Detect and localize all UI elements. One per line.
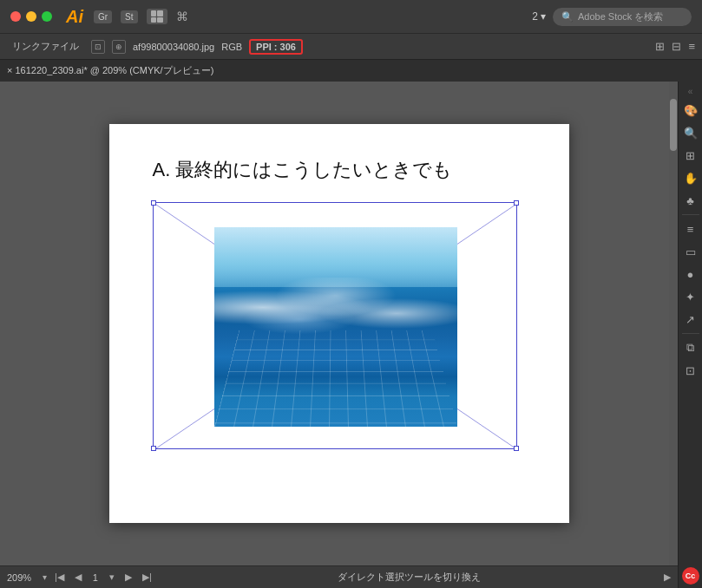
handle-top-right[interactable]	[514, 200, 519, 206]
zoom-dropdown[interactable]: ▾	[43, 572, 47, 582]
image-frame[interactable]	[153, 202, 517, 449]
minimize-button[interactable]	[26, 11, 36, 22]
tabbar: × 161220_2309.ai* @ 209% (CMYK/プレビュー)	[0, 59, 702, 82]
canvas-scroll[interactable]: A. 最終的にはこうしたいときでも	[0, 82, 678, 565]
close-button[interactable]	[10, 11, 21, 22]
titlebar: Ai Gr St ⌘ 2 ▾ 🔍 Adobe Stock を検索	[0, 0, 702, 33]
doc-icon[interactable]: ⊡	[91, 40, 105, 54]
workspace-icon[interactable]	[147, 9, 167, 24]
st-icon[interactable]: St	[121, 10, 137, 23]
document-text: A. 最終的にはこうしたいときでも	[153, 157, 453, 183]
water-surface	[214, 278, 457, 337]
color-palette-icon[interactable]: 🎨	[680, 100, 701, 121]
separator-2	[682, 333, 699, 334]
next-page-button[interactable]: ▶	[122, 572, 134, 583]
canvas-area: A. 最終的にはこうしたいときでも	[0, 82, 678, 588]
handle-bottom-left[interactable]	[151, 446, 156, 451]
export-icon[interactable]: ↗	[680, 309, 701, 330]
layers-icon[interactable]: ⧉	[680, 337, 701, 358]
main-area: A. 最終的にはこうしたいときでも	[0, 82, 702, 588]
linked-image	[214, 227, 457, 427]
gr-icon[interactable]: Gr	[94, 10, 112, 23]
ppi-badge: PPI : 306	[249, 39, 303, 55]
page-number: 1	[89, 572, 102, 583]
infobar: リンクファイル ⊡ ⊕ af99800034080.jpg RGB PPI : …	[0, 33, 702, 59]
list-view-icon[interactable]: ⊟	[672, 40, 681, 53]
more-icon[interactable]: ≡	[688, 40, 695, 53]
link-icon[interactable]: ⊕	[112, 40, 126, 54]
status-text: ダイレクト選択ツールを切り換え	[160, 571, 659, 584]
infobar-right-controls: ⊞ ⊟ ≡	[655, 40, 695, 53]
statusbar: 209% ▾ |◀ ◀ 1 ▾ ▶ ▶| ダイレクト選択ツールを切り換え ▶	[0, 565, 678, 588]
first-page-button[interactable]: |◀	[52, 572, 67, 583]
symbol-icon[interactable]: ♣	[680, 190, 701, 211]
collapse-button[interactable]: «	[688, 85, 693, 98]
wifi-icon: ⌘	[176, 10, 188, 23]
page-dropdown[interactable]: ▾	[107, 572, 117, 583]
menu-icon[interactable]: ≡	[680, 219, 701, 239]
link-file-button[interactable]: リンクファイル	[7, 38, 84, 55]
zoom-level: 209%	[7, 572, 37, 583]
linked-filename: af99800034080.jpg	[133, 42, 214, 52]
pages-icon[interactable]: ⊡	[680, 360, 701, 381]
traffic-lights	[10, 11, 52, 22]
handle-top-left[interactable]	[151, 200, 156, 206]
stock-search[interactable]: 🔍 Adobe Stock を検索	[553, 8, 692, 26]
water-image	[214, 227, 457, 427]
zoom-search-icon[interactable]: 🔍	[680, 122, 701, 143]
pool-grid	[214, 330, 457, 427]
last-page-button[interactable]: ▶|	[140, 572, 154, 583]
grid-icon	[151, 10, 163, 23]
color-mode: RGB	[221, 42, 242, 52]
search-icon: 🔍	[561, 11, 574, 23]
active-tab[interactable]: × 161220_2309.ai* @ 209% (CMYK/プレビュー)	[7, 64, 213, 77]
grid-view-icon[interactable]: ⊞	[655, 40, 665, 53]
separator-1	[682, 214, 699, 215]
handle-bottom-right[interactable]	[514, 446, 519, 451]
prev-page-button[interactable]: ◀	[72, 572, 84, 583]
vertical-scrollbar[interactable]	[669, 82, 678, 565]
document: A. 最終的にはこうしたいときでも	[109, 124, 569, 523]
status-expand[interactable]: ▶	[664, 572, 671, 583]
sun-icon[interactable]: ✦	[680, 286, 701, 307]
app-logo: Ai	[66, 7, 83, 27]
scrollbar-thumb[interactable]	[670, 99, 677, 151]
rectangle-icon[interactable]: ▭	[680, 241, 701, 262]
hand-tool-icon[interactable]: ✋	[680, 167, 701, 188]
right-toolbar: « 🎨 🔍 ⊞ ✋ ♣ ≡ ▭ ● ✦ ↗ ⧉ ⊡ Cc	[678, 82, 702, 588]
version-number: 2 ▾	[532, 10, 546, 23]
adobe-cc-icon[interactable]: Cc	[682, 567, 699, 585]
maximize-button[interactable]	[42, 11, 52, 22]
circle-icon[interactable]: ●	[680, 264, 701, 284]
grid-tools-icon[interactable]: ⊞	[680, 145, 701, 166]
